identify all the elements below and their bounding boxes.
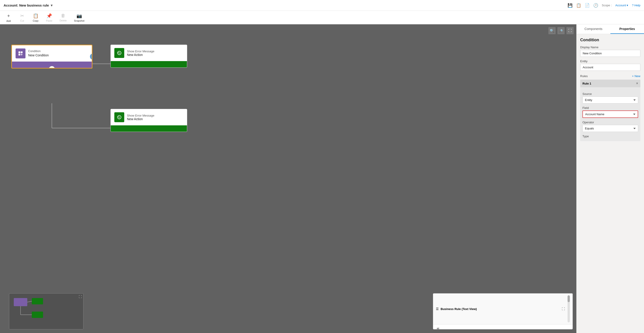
- field-label: Field: [582, 106, 638, 110]
- paste-label: Paste: [46, 20, 52, 22]
- rule-1-box: Rule 1 × Source Entity Field Account Nam…: [580, 80, 640, 141]
- tab-components[interactable]: Components: [576, 24, 610, 34]
- scope-label: Scope :: [602, 4, 612, 7]
- condition-icon: [16, 48, 26, 58]
- title-left: Account: New business rule ▾: [4, 4, 52, 8]
- action-name-1: New Action: [127, 53, 154, 56]
- svg-point-10: [119, 52, 120, 53]
- svg-rect-4: [21, 52, 22, 53]
- panel-section-title: Condition: [580, 38, 640, 42]
- action-text-1: Show Error Message New Action: [127, 50, 154, 56]
- rule-1-title: Rule 1: [582, 82, 591, 85]
- condition-header: Condition New Condition: [12, 45, 92, 62]
- action-type-2: Show Error Message: [127, 114, 154, 117]
- rule-1-header: Rule 1 ×: [580, 80, 640, 87]
- settings-icon[interactable]: 📄: [585, 3, 590, 8]
- copy-icon: 📋: [33, 13, 38, 18]
- snapshot-icon: 📷: [76, 13, 82, 18]
- help-link[interactable]: ? Help: [632, 4, 640, 7]
- operator-select[interactable]: Equals: [582, 125, 638, 132]
- right-panel: Components Properties Condition Display …: [576, 24, 644, 333]
- source-select[interactable]: Entity: [582, 96, 638, 104]
- if-label: IF: [437, 327, 440, 330]
- zoom-out-button[interactable]: 🔍: [548, 27, 556, 34]
- svg-rect-5: [18, 54, 20, 56]
- action-node-2[interactable]: Show Error Message New Action: [110, 109, 187, 132]
- rule-1-close-button[interactable]: ×: [636, 82, 638, 86]
- mini-map-expand-button[interactable]: ⛶: [79, 295, 82, 298]
- text-view-scrollbar[interactable]: [568, 295, 570, 322]
- copy-label: Copy: [33, 20, 38, 22]
- delete-button[interactable]: 🗑 Delete: [56, 12, 70, 23]
- action-header-1: Show Error Message New Action: [111, 45, 187, 61]
- action-name-2: New Action: [127, 117, 154, 121]
- svg-point-9: [118, 52, 119, 53]
- svg-line-14: [27, 301, 32, 302]
- condition-type: Condition: [28, 49, 49, 53]
- text-view-panel: ☰ Business Rule (Text View) ⛶ IF Account…: [433, 293, 573, 330]
- rule-1-content: Source Entity Field Account Name Operato…: [580, 87, 640, 141]
- mini-action1-node: [32, 298, 43, 304]
- activate-icon[interactable]: 📋: [576, 3, 581, 8]
- action-node-1[interactable]: Show Error Message New Action: [110, 45, 187, 68]
- history-icon[interactable]: 🕐: [593, 3, 598, 8]
- scrollbar-thumb: [568, 295, 570, 302]
- action-icon-1: [114, 48, 124, 58]
- display-name-input[interactable]: [580, 50, 640, 57]
- rules-label: Rules: [580, 74, 588, 78]
- entity-input[interactable]: [580, 64, 640, 71]
- zoom-in-button[interactable]: 🔎: [558, 27, 565, 34]
- components-tab-label: Components: [584, 27, 602, 31]
- fit-screen-button[interactable]: ⛶: [566, 27, 574, 34]
- text-view-title: Business Rule (Text View): [440, 307, 477, 311]
- cut-button[interactable]: ✂ Cut: [15, 12, 29, 23]
- properties-tab-label: Properties: [620, 27, 635, 31]
- cut-label: Cut: [20, 20, 24, 22]
- action-icon-2: [114, 112, 124, 122]
- add-button[interactable]: ＋ Add: [2, 12, 15, 23]
- mini-condition-node: [14, 298, 27, 306]
- title-chevron[interactable]: ▾: [51, 4, 52, 8]
- svg-rect-3: [18, 52, 20, 53]
- text-view-icon: ☰: [436, 307, 439, 311]
- toolbar: ＋ Add ✂ Cut 📋 Copy 📌 Paste 🗑 Delete 📷 Sn…: [0, 11, 644, 24]
- rules-new-button[interactable]: + New: [632, 74, 640, 78]
- mini-action2-node: [32, 312, 43, 318]
- scope-dropdown[interactable]: Account ▾: [615, 4, 628, 7]
- svg-point-13: [119, 116, 120, 117]
- main-layout: 🔍 🔎 ⛶ Condition New Condition: [0, 24, 644, 333]
- rules-header: Rules + New: [580, 74, 640, 78]
- connector-svg: [0, 24, 576, 333]
- action-footer-2: [111, 125, 187, 132]
- action-footer-1: [111, 61, 187, 68]
- copy-button[interactable]: 📋 Copy: [29, 12, 42, 23]
- canvas-area[interactable]: 🔍 🔎 ⛶ Condition New Condition: [0, 24, 576, 333]
- svg-point-11: [118, 116, 121, 119]
- condition-node[interactable]: Condition New Condition ✓ ×: [11, 45, 92, 68]
- svg-point-8: [118, 51, 121, 55]
- text-view-content: IF Account Name equals "Jones" THEN: [433, 324, 572, 330]
- svg-point-12: [118, 116, 119, 117]
- action-header-2: Show Error Message New Action: [111, 109, 187, 125]
- condition-text: Condition New Condition: [28, 49, 49, 58]
- title-right: 💾 📋 📄 🕐 Scope : Account ▾ ? Help: [568, 3, 640, 8]
- source-label: Source: [582, 92, 638, 96]
- display-name-label: Display Name: [580, 46, 640, 49]
- save-icon[interactable]: 💾: [568, 3, 572, 8]
- canvas-controls: 🔍 🔎 ⛶: [548, 27, 574, 34]
- entity-label: Entity: [580, 60, 640, 63]
- panel-body: Condition Display Name Entity Rules + Ne…: [576, 34, 644, 145]
- paste-icon: 📌: [46, 13, 52, 18]
- condition-name: New Condition: [28, 53, 49, 58]
- add-label: Add: [6, 20, 11, 22]
- text-view-expand-button[interactable]: ⛶: [562, 307, 565, 311]
- action-text-2: Show Error Message New Action: [127, 114, 154, 121]
- snapshot-button[interactable]: 📷 Snapshot: [70, 12, 88, 23]
- panel-tabs: Components Properties: [576, 24, 644, 34]
- tab-properties[interactable]: Properties: [610, 24, 644, 34]
- mini-map: ⛶: [9, 293, 84, 330]
- paste-button[interactable]: 📌 Paste: [42, 12, 56, 23]
- text-view-header: ☰ Business Rule (Text View) ⛶: [433, 294, 572, 324]
- field-select[interactable]: Account Name: [582, 110, 638, 118]
- action-type-1: Show Error Message: [127, 50, 154, 53]
